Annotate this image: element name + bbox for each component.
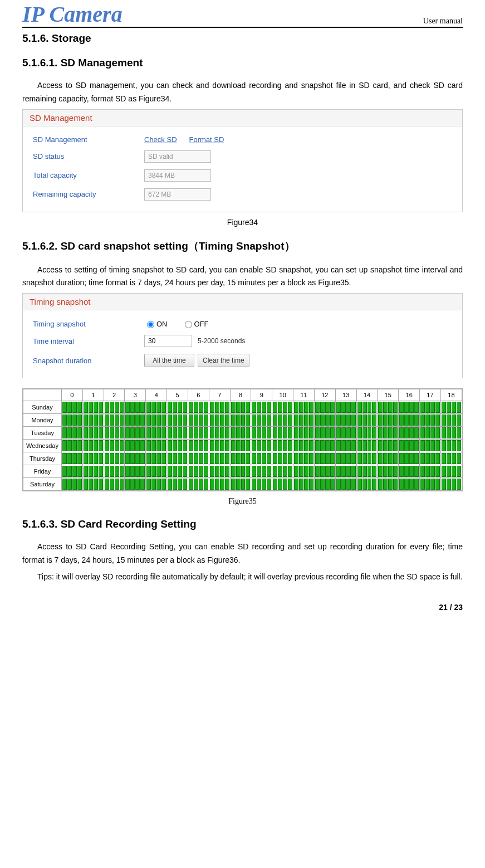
schedule-cell[interactable] xyxy=(314,452,335,465)
schedule-cell[interactable] xyxy=(146,401,167,414)
schedule-cell[interactable] xyxy=(104,427,125,440)
schedule-cell[interactable] xyxy=(293,427,315,440)
check-sd-link[interactable]: Check SD xyxy=(144,135,177,144)
schedule-cell[interactable] xyxy=(167,478,188,491)
schedule-cell[interactable] xyxy=(167,465,188,478)
schedule-cell[interactable] xyxy=(62,401,83,414)
schedule-cell[interactable] xyxy=(272,401,293,414)
schedule-cell[interactable] xyxy=(125,465,146,478)
schedule-cell[interactable] xyxy=(104,465,125,478)
schedule-cell[interactable] xyxy=(293,440,315,452)
schedule-cell[interactable] xyxy=(104,401,125,414)
schedule-cell[interactable] xyxy=(378,414,399,427)
schedule-cell[interactable] xyxy=(440,440,462,452)
schedule-cell[interactable] xyxy=(356,465,378,478)
schedule-cell[interactable] xyxy=(399,478,420,491)
schedule-cell[interactable] xyxy=(440,452,462,465)
schedule-cell[interactable] xyxy=(335,427,356,440)
schedule-cell[interactable] xyxy=(251,452,272,465)
schedule-cell[interactable] xyxy=(440,478,462,491)
schedule-cell[interactable] xyxy=(125,478,146,491)
schedule-cell[interactable] xyxy=(146,414,167,427)
schedule-cell[interactable] xyxy=(420,452,441,465)
schedule-cell[interactable] xyxy=(82,478,104,491)
schedule-cell[interactable] xyxy=(314,401,335,414)
schedule-cell[interactable] xyxy=(314,427,335,440)
schedule-cell[interactable] xyxy=(251,440,272,452)
timing-on-radio[interactable] xyxy=(147,321,154,328)
schedule-cell[interactable] xyxy=(293,452,315,465)
schedule-cell[interactable] xyxy=(314,478,335,491)
schedule-cell[interactable] xyxy=(399,452,420,465)
schedule-cell[interactable] xyxy=(62,478,83,491)
schedule-cell[interactable] xyxy=(82,401,104,414)
schedule-cell[interactable] xyxy=(356,440,378,452)
schedule-cell[interactable] xyxy=(378,478,399,491)
schedule-cell[interactable] xyxy=(399,414,420,427)
schedule-cell[interactable] xyxy=(209,414,230,427)
schedule-cell[interactable] xyxy=(209,452,230,465)
schedule-cell[interactable] xyxy=(356,478,378,491)
schedule-cell[interactable] xyxy=(230,401,251,414)
schedule-cell[interactable] xyxy=(314,465,335,478)
schedule-cell[interactable] xyxy=(230,427,251,440)
schedule-cell[interactable] xyxy=(82,414,104,427)
schedule-cell[interactable] xyxy=(188,401,209,414)
timing-off-radio[interactable] xyxy=(185,321,192,328)
schedule-cell[interactable] xyxy=(440,465,462,478)
schedule-cell[interactable] xyxy=(62,452,83,465)
schedule-cell[interactable] xyxy=(356,452,378,465)
schedule-cell[interactable] xyxy=(399,427,420,440)
schedule-cell[interactable] xyxy=(188,427,209,440)
schedule-cell[interactable] xyxy=(125,414,146,427)
schedule-cell[interactable] xyxy=(82,452,104,465)
schedule-cell[interactable] xyxy=(62,427,83,440)
schedule-cell[interactable] xyxy=(82,427,104,440)
schedule-cell[interactable] xyxy=(335,452,356,465)
schedule-cell[interactable] xyxy=(378,401,399,414)
schedule-cell[interactable] xyxy=(293,465,315,478)
schedule-cell[interactable] xyxy=(146,440,167,452)
schedule-cell[interactable] xyxy=(356,401,378,414)
schedule-cell[interactable] xyxy=(399,401,420,414)
schedule-cell[interactable] xyxy=(356,427,378,440)
schedule-cell[interactable] xyxy=(272,452,293,465)
schedule-cell[interactable] xyxy=(335,478,356,491)
schedule-cell[interactable] xyxy=(293,401,315,414)
schedule-cell[interactable] xyxy=(104,414,125,427)
schedule-cell[interactable] xyxy=(335,401,356,414)
schedule-cell[interactable] xyxy=(146,465,167,478)
schedule-cell[interactable] xyxy=(62,440,83,452)
schedule-cell[interactable] xyxy=(188,414,209,427)
schedule-cell[interactable] xyxy=(146,427,167,440)
schedule-cell[interactable] xyxy=(251,478,272,491)
schedule-cell[interactable] xyxy=(209,401,230,414)
schedule-cell[interactable] xyxy=(209,465,230,478)
schedule-cell[interactable] xyxy=(188,478,209,491)
schedule-cell[interactable] xyxy=(378,452,399,465)
schedule-cell[interactable] xyxy=(440,401,462,414)
schedule-cell[interactable] xyxy=(420,440,441,452)
schedule-cell[interactable] xyxy=(230,465,251,478)
interval-input[interactable] xyxy=(144,335,192,347)
schedule-cell[interactable] xyxy=(125,401,146,414)
all-the-time-button[interactable]: All the time xyxy=(144,354,194,367)
schedule-cell[interactable] xyxy=(104,452,125,465)
schedule-cell[interactable] xyxy=(188,452,209,465)
schedule-cell[interactable] xyxy=(209,478,230,491)
format-sd-link[interactable]: Format SD xyxy=(189,135,224,144)
schedule-cell[interactable] xyxy=(440,427,462,440)
schedule-cell[interactable] xyxy=(167,414,188,427)
schedule-cell[interactable] xyxy=(399,465,420,478)
schedule-cell[interactable] xyxy=(251,465,272,478)
schedule-cell[interactable] xyxy=(272,427,293,440)
schedule-cell[interactable] xyxy=(335,440,356,452)
schedule-cell[interactable] xyxy=(293,478,315,491)
schedule-cell[interactable] xyxy=(335,465,356,478)
schedule-cell[interactable] xyxy=(82,465,104,478)
schedule-cell[interactable] xyxy=(209,427,230,440)
schedule-cell[interactable] xyxy=(356,414,378,427)
schedule-cell[interactable] xyxy=(272,465,293,478)
schedule-cell[interactable] xyxy=(378,440,399,452)
schedule-cell[interactable] xyxy=(167,452,188,465)
